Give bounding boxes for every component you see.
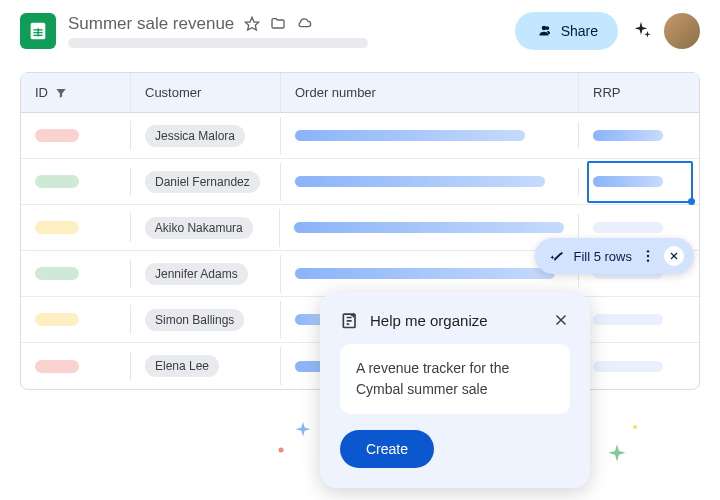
- share-button[interactable]: Share: [515, 12, 618, 50]
- order-cell[interactable]: [281, 260, 579, 287]
- decorative-sparkle-icon: [604, 442, 630, 468]
- avatar[interactable]: [664, 13, 700, 49]
- id-cell[interactable]: [21, 121, 131, 150]
- organize-icon: [340, 310, 360, 330]
- star-icon[interactable]: [244, 16, 260, 32]
- column-header-rrp[interactable]: RRP: [579, 73, 699, 112]
- customer-chip: Simon Ballings: [145, 309, 244, 331]
- organize-prompt-input[interactable]: A revenue tracker for the Cymbal summer …: [340, 344, 570, 414]
- decorative-sparkle-icon: [630, 422, 640, 432]
- close-icon: [668, 250, 680, 262]
- column-header-customer[interactable]: Customer: [131, 73, 281, 112]
- customer-cell[interactable]: Jessica Malora: [131, 117, 281, 155]
- decorative-sparkle-icon: [276, 445, 286, 455]
- more-icon[interactable]: [640, 248, 656, 264]
- customer-chip: Jennifer Adams: [145, 263, 248, 285]
- customer-chip: Akiko Nakamura: [145, 217, 253, 239]
- id-cell[interactable]: [21, 213, 131, 242]
- customer-cell[interactable]: Elena Lee: [131, 347, 281, 385]
- sheets-logo: [20, 13, 56, 49]
- wand-icon: [549, 248, 565, 264]
- id-cell[interactable]: [21, 352, 131, 381]
- order-cell[interactable]: [281, 122, 579, 149]
- customer-chip: Jessica Malora: [145, 125, 245, 147]
- customer-cell[interactable]: Daniel Fernandez: [131, 163, 281, 201]
- doc-title[interactable]: Summer sale revenue: [68, 14, 234, 34]
- create-button[interactable]: Create: [340, 430, 434, 468]
- table-row[interactable]: Daniel Fernandez: [21, 159, 699, 205]
- order-bar: [294, 222, 564, 233]
- folder-icon[interactable]: [270, 16, 286, 32]
- rrp-cell[interactable]: [579, 214, 699, 241]
- rrp-cell[interactable]: [579, 122, 699, 149]
- sheet-header-row: ID Customer Order number RRP: [21, 73, 699, 113]
- id-pill: [35, 175, 79, 188]
- toolbar-placeholder: [68, 38, 368, 48]
- panel-header: Help me organize: [340, 310, 570, 330]
- table-row[interactable]: Jessica Malora: [21, 113, 699, 159]
- id-pill: [35, 267, 79, 280]
- close-chip-button[interactable]: [664, 246, 684, 266]
- close-panel-button[interactable]: [552, 311, 570, 329]
- customer-chip: Daniel Fernandez: [145, 171, 260, 193]
- sparkle-icon[interactable]: [630, 20, 652, 42]
- id-cell[interactable]: [21, 259, 131, 288]
- order-cell[interactable]: [281, 168, 579, 195]
- help-organize-panel: Help me organize A revenue tracker for t…: [320, 292, 590, 488]
- rrp-bar: [593, 130, 663, 141]
- order-bar: [295, 130, 525, 141]
- panel-title: Help me organize: [370, 312, 542, 329]
- customer-cell[interactable]: Akiko Nakamura: [131, 209, 281, 247]
- id-pill: [35, 313, 79, 326]
- column-header-order[interactable]: Order number: [281, 73, 579, 112]
- rrp-bar: [593, 314, 663, 325]
- customer-cell[interactable]: Jennifer Adams: [131, 255, 281, 293]
- decorative-sparkle-icon: [292, 420, 314, 442]
- svg-rect-4: [38, 28, 39, 36]
- doc-title-row: Summer sale revenue: [68, 14, 503, 34]
- fill-label: Fill 5 rows: [573, 249, 632, 264]
- id-cell[interactable]: [21, 167, 131, 196]
- title-area: Summer sale revenue: [68, 14, 503, 48]
- rrp-bar: [593, 222, 663, 233]
- id-pill: [35, 360, 79, 373]
- id-cell[interactable]: [21, 305, 131, 334]
- rrp-cell[interactable]: [579, 168, 699, 195]
- fill-rows-chip[interactable]: Fill 5 rows: [535, 238, 694, 274]
- rrp-bar: [593, 361, 663, 372]
- order-bar: [295, 268, 555, 279]
- people-icon: [535, 22, 553, 40]
- title-icons: [244, 16, 312, 32]
- order-bar: [295, 176, 545, 187]
- id-pill: [35, 221, 79, 234]
- app-header: Summer sale revenue Share: [0, 0, 720, 62]
- svg-point-10: [279, 448, 284, 453]
- svg-rect-11: [633, 425, 638, 430]
- order-cell[interactable]: [280, 214, 579, 241]
- column-header-id[interactable]: ID: [21, 73, 131, 112]
- svg-point-8: [647, 259, 649, 261]
- rrp-cell[interactable]: [579, 353, 699, 380]
- cloud-icon[interactable]: [296, 16, 312, 32]
- svg-marker-5: [246, 17, 259, 30]
- id-pill: [35, 129, 79, 142]
- svg-point-7: [647, 255, 649, 257]
- rrp-cell[interactable]: [579, 306, 699, 333]
- customer-cell[interactable]: Simon Ballings: [131, 301, 281, 339]
- filter-icon[interactable]: [54, 86, 68, 100]
- customer-chip: Elena Lee: [145, 355, 219, 377]
- rrp-bar: [593, 176, 663, 187]
- share-label: Share: [561, 23, 598, 39]
- svg-point-6: [647, 250, 649, 252]
